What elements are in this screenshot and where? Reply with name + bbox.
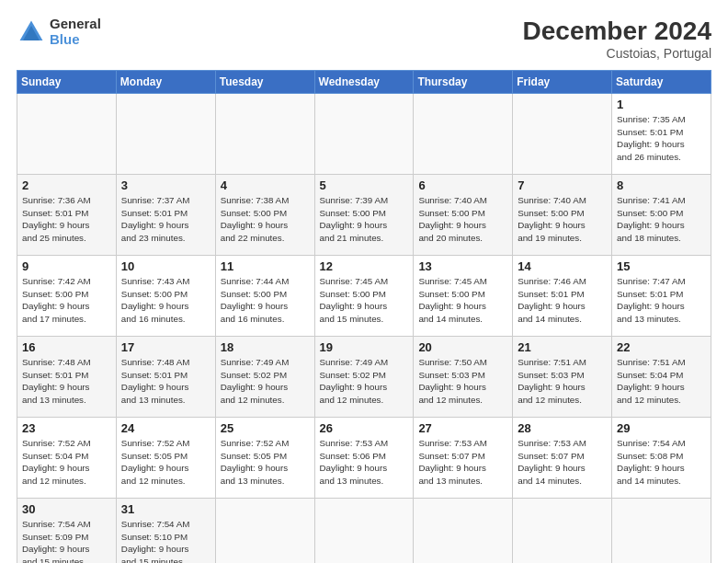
table-row: 5Sunrise: 7:39 AM Sunset: 5:00 PM Daylig… [314,175,414,256]
day-number: 29 [617,421,706,435]
day-number: 14 [518,259,607,273]
calendar-row: 2Sunrise: 7:36 AM Sunset: 5:01 PM Daylig… [17,175,711,256]
title-area: December 2024 Custoias, Portugal [523,17,711,61]
table-row: 1Sunrise: 7:35 AM Sunset: 5:01 PM Daylig… [612,94,711,175]
day-number: 8 [617,178,706,192]
day-info: Sunrise: 7:48 AM Sunset: 5:01 PM Dayligh… [121,356,210,407]
table-row: 15Sunrise: 7:47 AM Sunset: 5:01 PM Dayli… [612,256,711,337]
calendar-row: 1Sunrise: 7:35 AM Sunset: 5:01 PM Daylig… [17,94,711,175]
table-row: 4Sunrise: 7:38 AM Sunset: 5:00 PM Daylig… [215,175,314,256]
table-row: 29Sunrise: 7:54 AM Sunset: 5:08 PM Dayli… [612,418,711,499]
table-row [414,499,513,564]
table-row [513,94,612,175]
day-info: Sunrise: 7:40 AM Sunset: 5:00 PM Dayligh… [518,194,607,245]
table-row: 27Sunrise: 7:53 AM Sunset: 5:07 PM Dayli… [414,418,513,499]
day-number: 7 [518,178,607,192]
col-saturday: Saturday [612,71,711,94]
logo-icon [17,17,46,47]
table-row: 8Sunrise: 7:41 AM Sunset: 5:00 PM Daylig… [612,175,711,256]
day-info: Sunrise: 7:48 AM Sunset: 5:01 PM Dayligh… [22,356,111,407]
table-row: 7Sunrise: 7:40 AM Sunset: 5:00 PM Daylig… [513,175,612,256]
day-info: Sunrise: 7:53 AM Sunset: 5:07 PM Dayligh… [518,437,607,488]
day-info: Sunrise: 7:53 AM Sunset: 5:07 PM Dayligh… [418,437,507,488]
col-thursday: Thursday [414,71,513,94]
page: General Blue December 2024 Custoias, Por… [0,0,728,563]
table-row: 31Sunrise: 7:54 AM Sunset: 5:10 PM Dayli… [116,499,215,564]
table-row: 20Sunrise: 7:50 AM Sunset: 5:03 PM Dayli… [414,337,513,418]
day-number: 19 [320,340,409,354]
table-row: 21Sunrise: 7:51 AM Sunset: 5:03 PM Dayli… [513,337,612,418]
day-number: 23 [22,421,111,435]
day-info: Sunrise: 7:49 AM Sunset: 5:02 PM Dayligh… [221,356,310,407]
month-title: December 2024 [523,17,711,46]
table-row: 18Sunrise: 7:49 AM Sunset: 5:02 PM Dayli… [215,337,314,418]
calendar-row: 23Sunrise: 7:52 AM Sunset: 5:04 PM Dayli… [17,418,711,499]
day-number: 9 [22,259,111,273]
day-info: Sunrise: 7:45 AM Sunset: 5:00 PM Dayligh… [418,275,507,326]
day-info: Sunrise: 7:45 AM Sunset: 5:00 PM Dayligh… [320,275,409,326]
table-row [17,94,117,175]
table-row: 28Sunrise: 7:53 AM Sunset: 5:07 PM Dayli… [513,418,612,499]
day-number: 3 [121,178,210,192]
weekday-header-row: Sunday Monday Tuesday Wednesday Thursday… [17,71,711,94]
day-info: Sunrise: 7:53 AM Sunset: 5:06 PM Dayligh… [320,437,409,488]
day-info: Sunrise: 7:54 AM Sunset: 5:10 PM Dayligh… [121,518,210,563]
table-row [116,94,215,175]
calendar-row: 9Sunrise: 7:42 AM Sunset: 5:00 PM Daylig… [17,256,711,337]
calendar-row: 16Sunrise: 7:48 AM Sunset: 5:01 PM Dayli… [17,337,711,418]
table-row [314,94,414,175]
day-info: Sunrise: 7:39 AM Sunset: 5:00 PM Dayligh… [320,194,409,245]
table-row: 17Sunrise: 7:48 AM Sunset: 5:01 PM Dayli… [116,337,215,418]
day-number: 22 [617,340,706,354]
table-row: 6Sunrise: 7:40 AM Sunset: 5:00 PM Daylig… [414,175,513,256]
day-number: 31 [121,502,210,516]
calendar-table: Sunday Monday Tuesday Wednesday Thursday… [17,70,711,563]
day-number: 13 [418,259,507,273]
table-row: 3Sunrise: 7:37 AM Sunset: 5:01 PM Daylig… [116,175,215,256]
table-row: 2Sunrise: 7:36 AM Sunset: 5:01 PM Daylig… [17,175,117,256]
table-row [414,94,513,175]
day-number: 16 [22,340,111,354]
col-monday: Monday [116,71,215,94]
logo-text: General Blue [50,17,101,47]
table-row: 14Sunrise: 7:46 AM Sunset: 5:01 PM Dayli… [513,256,612,337]
day-info: Sunrise: 7:51 AM Sunset: 5:03 PM Dayligh… [518,356,607,407]
day-info: Sunrise: 7:46 AM Sunset: 5:01 PM Dayligh… [518,275,607,326]
day-info: Sunrise: 7:54 AM Sunset: 5:09 PM Dayligh… [22,518,111,563]
day-number: 20 [418,340,507,354]
table-row: 23Sunrise: 7:52 AM Sunset: 5:04 PM Dayli… [17,418,117,499]
day-number: 27 [418,421,507,435]
day-info: Sunrise: 7:49 AM Sunset: 5:02 PM Dayligh… [320,356,409,407]
logo: General Blue [17,17,101,47]
day-info: Sunrise: 7:41 AM Sunset: 5:00 PM Dayligh… [617,194,706,245]
table-row: 16Sunrise: 7:48 AM Sunset: 5:01 PM Dayli… [17,337,117,418]
day-info: Sunrise: 7:35 AM Sunset: 5:01 PM Dayligh… [617,113,706,164]
table-row: 19Sunrise: 7:49 AM Sunset: 5:02 PM Dayli… [314,337,414,418]
table-row [612,499,711,564]
table-row: 22Sunrise: 7:51 AM Sunset: 5:04 PM Dayli… [612,337,711,418]
day-info: Sunrise: 7:54 AM Sunset: 5:08 PM Dayligh… [617,437,706,488]
header: General Blue December 2024 Custoias, Por… [17,17,711,61]
day-info: Sunrise: 7:51 AM Sunset: 5:04 PM Dayligh… [617,356,706,407]
day-number: 24 [121,421,210,435]
table-row [314,499,414,564]
day-info: Sunrise: 7:44 AM Sunset: 5:00 PM Dayligh… [221,275,310,326]
day-info: Sunrise: 7:52 AM Sunset: 5:05 PM Dayligh… [221,437,310,488]
day-number: 15 [617,259,706,273]
col-tuesday: Tuesday [215,71,314,94]
table-row: 12Sunrise: 7:45 AM Sunset: 5:00 PM Dayli… [314,256,414,337]
table-row: 26Sunrise: 7:53 AM Sunset: 5:06 PM Dayli… [314,418,414,499]
location: Custoias, Portugal [523,46,711,61]
day-number: 21 [518,340,607,354]
day-number: 11 [221,259,310,273]
table-row: 13Sunrise: 7:45 AM Sunset: 5:00 PM Dayli… [414,256,513,337]
day-number: 6 [418,178,507,192]
day-number: 30 [22,502,111,516]
table-row: 10Sunrise: 7:43 AM Sunset: 5:00 PM Dayli… [116,256,215,337]
table-row [215,499,314,564]
day-number: 18 [221,340,310,354]
day-number: 17 [121,340,210,354]
table-row [513,499,612,564]
day-number: 25 [221,421,310,435]
day-info: Sunrise: 7:52 AM Sunset: 5:05 PM Dayligh… [121,437,210,488]
